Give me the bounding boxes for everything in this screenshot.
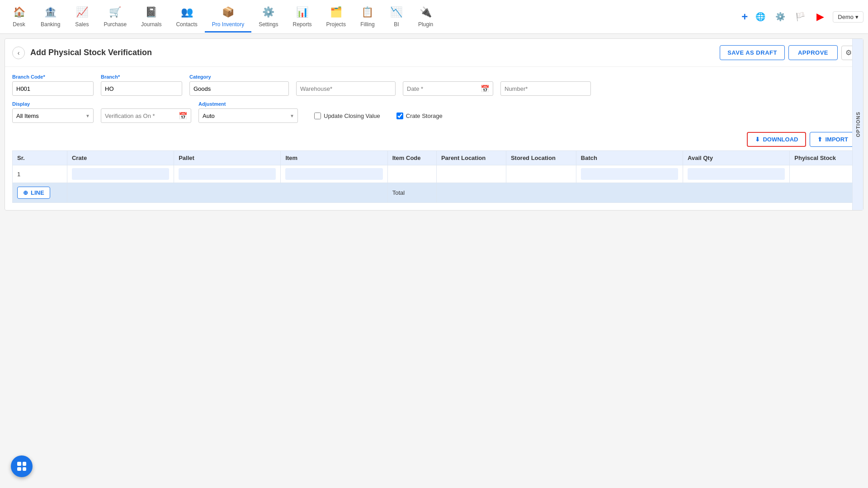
col-batch: Batch	[576, 151, 683, 165]
table-footer-row: ⊕ LINE Total	[13, 183, 856, 203]
add-line-button[interactable]: ⊕ LINE	[17, 187, 50, 199]
cell-pallet[interactable]	[174, 165, 281, 183]
footer-line-cell: ⊕ LINE	[13, 183, 67, 203]
options-label: OPTIONS	[855, 112, 861, 137]
display-select-wrapper: ▼	[12, 108, 94, 123]
nav-item-settings[interactable]: ⚙️ Settings	[251, 1, 285, 33]
cell-stored-location	[506, 165, 576, 183]
item-input[interactable]	[285, 168, 382, 180]
update-closing-label[interactable]: Update Closing Value	[324, 113, 380, 119]
demo-button[interactable]: Demo ▾	[833, 11, 863, 23]
branch-input[interactable]	[101, 81, 182, 96]
banking-icon: 🏦	[43, 5, 58, 19]
options-sidebar[interactable]: OPTIONS	[852, 39, 863, 210]
crate-input[interactable]	[72, 168, 169, 180]
import-button[interactable]: ⬆ IMPORT	[810, 132, 856, 147]
warehouse-label	[296, 74, 396, 80]
cell-batch[interactable]	[576, 165, 683, 183]
cell-item[interactable]	[281, 165, 387, 183]
desk-label: Desk	[13, 21, 25, 28]
bi-icon: 📉	[389, 5, 404, 19]
date-input[interactable]	[403, 81, 493, 96]
calendar-icon[interactable]: 📅	[481, 84, 490, 93]
avail-qty-input[interactable]	[688, 168, 785, 180]
verification-input[interactable]	[101, 108, 191, 123]
page-title: Add Physical Stock Verification	[30, 48, 152, 57]
crate-storage-checkbox[interactable]	[396, 113, 403, 119]
cell-physical-stock	[790, 165, 856, 183]
gear-icon[interactable]: ⚙️	[773, 9, 788, 24]
download-label: DOWNLOAD	[763, 136, 798, 143]
table-body: 1	[13, 165, 856, 183]
update-closing-checkbox[interactable]	[314, 113, 321, 119]
projects-label: Projects	[326, 21, 346, 28]
adjustment-select[interactable]	[198, 108, 298, 123]
category-input[interactable]	[189, 81, 289, 96]
col-sr: Sr.	[13, 151, 67, 165]
nav-item-filling[interactable]: 📋 Filling	[353, 1, 382, 33]
line-label: LINE	[31, 189, 44, 196]
table-row: 1	[13, 165, 856, 183]
warehouse-input[interactable]	[296, 81, 396, 96]
cell-sr: 1	[13, 165, 67, 183]
col-item: Item	[281, 151, 387, 165]
approve-button[interactable]: APPROVE	[788, 45, 838, 60]
cell-avail-qty[interactable]	[683, 165, 790, 183]
number-input[interactable]	[500, 81, 591, 96]
col-physical-stock: Phyiscal Stock	[790, 151, 856, 165]
nav-item-pro-inventory[interactable]: 📦 Pro Inventory	[205, 1, 251, 33]
settings-label: Settings	[259, 21, 278, 28]
category-label: Category	[189, 74, 289, 80]
header-actions: SAVE AS DRAFT APPROVE ⚙	[720, 45, 856, 60]
pro-inventory-label: Pro Inventory	[212, 21, 244, 28]
nav-item-plugin[interactable]: 🔌 Plugin	[411, 1, 440, 33]
cell-crate[interactable]	[67, 165, 174, 183]
main-content: ‹ Add Physical Stock Verification SAVE A…	[5, 38, 863, 211]
nav-item-contacts[interactable]: 👥 Contacts	[169, 1, 204, 33]
batch-input[interactable]	[581, 168, 678, 180]
nav-item-banking[interactable]: 🏦 Banking	[33, 1, 67, 33]
branch-code-input[interactable]	[12, 81, 94, 96]
adjustment-group: Adjustment ▼	[198, 101, 298, 123]
total-label: Total	[392, 189, 405, 196]
journals-icon: 📓	[144, 5, 159, 19]
crate-storage-label[interactable]: Crate Storage	[406, 113, 443, 119]
cell-item-code	[387, 165, 436, 183]
banking-label: Banking	[41, 21, 60, 28]
nav-item-desk[interactable]: 🏠 Desk	[5, 1, 33, 33]
plugin-icon: 🔌	[419, 5, 433, 19]
nav-right: + 🌐 ⚙️ 🏳️ ▶ Demo ▾	[741, 9, 863, 24]
verification-calendar-icon[interactable]: 📅	[179, 112, 188, 120]
nav-item-bi[interactable]: 📉 BI	[382, 1, 411, 33]
cell-parent-location	[436, 165, 506, 183]
contacts-label: Contacts	[176, 21, 197, 28]
add-icon[interactable]: +	[741, 10, 748, 23]
reports-label: Reports	[293, 21, 312, 28]
globe-icon[interactable]: 🌐	[753, 9, 768, 24]
sales-icon: 📈	[75, 5, 89, 19]
nav-item-sales[interactable]: 📈 Sales	[67, 1, 96, 33]
pallet-input[interactable]	[179, 168, 276, 180]
display-select[interactable]	[12, 108, 94, 123]
form-row-2: Display ▼ 📅 Adjustment ▼	[12, 101, 856, 123]
pro-inventory-icon: 📦	[221, 5, 235, 19]
nav-item-journals[interactable]: 📓 Journals	[134, 1, 169, 33]
youtube-icon[interactable]: ▶	[813, 9, 827, 24]
col-parent-location: Parent Location	[436, 151, 506, 165]
crate-storage-group: Crate Storage	[396, 108, 443, 123]
footer-empty-2	[436, 183, 855, 203]
flag-icon[interactable]: 🏳️	[793, 9, 807, 24]
save-draft-button[interactable]: SAVE AS DRAFT	[720, 45, 785, 60]
nav-item-purchase[interactable]: 🛒 Purchase	[96, 1, 134, 33]
download-button[interactable]: ⬇ DOWNLOAD	[747, 132, 806, 147]
purchase-label: Purchase	[104, 21, 127, 28]
form-section: Branch Code* Branch* Category 📅	[5, 67, 863, 132]
nav-item-reports[interactable]: 📊 Reports	[286, 1, 319, 33]
table-header-row: Sr. Crate Pallet Item Item Code Parent L…	[13, 151, 856, 165]
back-button[interactable]: ‹	[12, 47, 25, 59]
page-header-left: ‹ Add Physical Stock Verification	[12, 47, 152, 59]
date-input-wrapper: 📅	[403, 81, 493, 96]
nav-item-projects[interactable]: 🗂️ Projects	[319, 1, 353, 33]
plugin-label: Plugin	[418, 21, 433, 28]
adjustment-label: Adjustment	[198, 101, 298, 107]
